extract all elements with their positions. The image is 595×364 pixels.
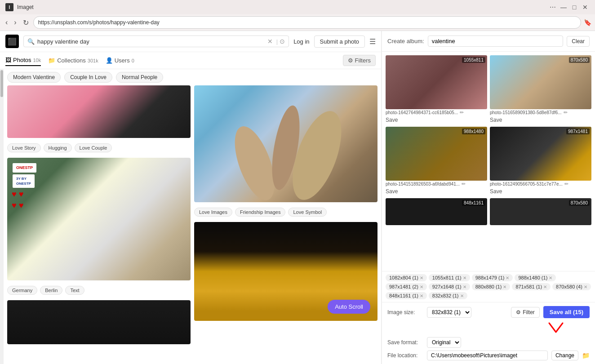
photo-column-2: Love Images Friendship Images Love Symbo… [194,85,377,344]
tab-photos[interactable]: 🖼 Photos 10k [5,55,41,66]
size-tag-988-1479[interactable]: 988x1479 (1) ✕ [472,274,513,281]
right-photo-4[interactable]: 987x1481 [490,127,591,181]
album-name-input[interactable] [428,36,564,47]
tag-love-couple[interactable]: Love Couple [75,143,112,152]
menu-win-btn[interactable]: ⋯ [548,3,557,12]
size-tag-880[interactable]: 880x880 (1) ✕ [472,283,511,290]
right-row-1: 1055x811 photo-1642764984371-cc6185b05..… [386,55,591,124]
size-tag-832-remove[interactable]: ✕ [460,293,464,298]
right-photo-5[interactable]: 848x1161 [386,198,487,225]
right-photo-1-edit-icon[interactable]: ✏ [460,110,464,115]
size-tag-927-label: 927x1648 (1) [432,284,462,289]
size-tag-927[interactable]: 927x1648 (1) ✕ [429,283,470,290]
folder-icon-button[interactable]: 📁 [582,352,590,359]
filter-action-icon: ⚙ [516,309,521,315]
address-bar-row: ‹ › ↻ 🔖 [0,14,595,31]
right-photo-1-save-button[interactable]: Save [386,116,398,124]
tab-users[interactable]: 👤 Users 0 [106,55,134,66]
size-filters: 1082x804 (1) ✕ 1055x811 (1) ✕ 988x1479 (… [382,271,595,302]
tag-germany[interactable]: Germany [7,286,37,295]
photo-card-dark[interactable] [7,300,191,344]
right-photo-3-edit-icon[interactable]: ✏ [462,181,466,187]
size-tag-870-remove[interactable]: ✕ [584,284,587,289]
back-btn[interactable]: ‹ [4,18,9,27]
right-photo-4-edit-icon[interactable]: ✏ [564,181,568,187]
right-photo-2-save-button[interactable]: Save [490,116,502,124]
image-size-select[interactable]: 832x832 (1) [427,307,471,318]
size-tag-871[interactable]: 871x581 (1) ✕ [512,283,551,290]
refresh-btn[interactable]: ↻ [21,18,31,28]
right-header: Create album: Clear [382,31,595,52]
photo-card-hands[interactable] [194,85,377,202]
right-photo-1-info: photo-1642764984371-cc6185b05... ✏ [386,109,487,116]
size-tag-1055-remove[interactable]: ✕ [463,275,466,280]
size-tag-832[interactable]: 832x832 (1) ✕ [429,292,467,299]
minimize-btn[interactable]: — [559,3,568,12]
scroll-thumb[interactable] [0,70,3,97]
right-photo-6[interactable]: 870x580 [490,198,591,225]
tag-text[interactable]: Text [65,286,84,295]
save-format-select[interactable]: Original [427,337,461,348]
tag-couple-in-love[interactable]: Couple In Love [64,72,112,83]
photo-tags-1: Love Story Hugging Love Couple [7,142,191,154]
size-tag-1055[interactable]: 1055x811 (1) ✕ [429,274,470,281]
photo-card-1[interactable] [7,85,191,138]
tag-love-images[interactable]: Love Images [194,208,232,217]
change-location-button[interactable]: Change [551,351,578,360]
photo-card-street[interactable]: ONESTP 3Y BYONESTP ♥ ♥♥ ♥ [7,158,191,280]
right-photo-item-1: 1055x811 photo-1642764984371-cc6185b05..… [386,55,487,124]
tag-friendship-images[interactable]: Friendship Images [235,208,286,217]
size-tag-988-1480[interactable]: 988x1480 (1) ✕ [515,274,556,281]
size-tag-848[interactable]: 848x1161 (1) ✕ [386,292,427,299]
login-button[interactable]: Log in [293,38,309,45]
size-tag-871-remove[interactable]: ✕ [543,284,547,289]
hamburger-menu-icon[interactable]: ☰ [369,37,376,46]
size-tag-870[interactable]: 870x580 (4) ✕ [552,283,591,290]
size-tag-988-1479-label: 988x1479 (1) [475,275,505,280]
bookmark-icon[interactable]: 🔖 [584,19,591,26]
filter-icon: ⚙ [348,57,353,64]
clear-search-icon[interactable]: ✕ [267,38,273,45]
filters-button[interactable]: ⚙ Filters [343,55,376,66]
save-format-label: Save format: [387,339,423,346]
scroll-track[interactable] [0,69,4,364]
size-tag-987[interactable]: 987x1481 (2) ✕ [386,283,427,290]
search-input[interactable] [37,38,266,45]
forward-btn[interactable]: › [12,18,18,27]
size-tag-988-1480-remove[interactable]: ✕ [549,275,552,280]
auto-scroll-button[interactable]: Auto Scroll [328,300,370,314]
tag-hugging[interactable]: Hugging [44,143,72,152]
size-tag-1082-remove[interactable]: ✕ [420,275,423,280]
size-tag-987-remove[interactable]: ✕ [420,284,423,289]
tag-love-story[interactable]: Love Story [7,143,41,152]
file-location-input[interactable] [427,351,548,360]
size-tag-927-remove[interactable]: ✕ [463,284,466,289]
size-tag-988-1479-remove[interactable]: ✕ [506,275,509,280]
photo-card-chocolate[interactable]: Auto Scroll [194,222,377,321]
right-photo-3[interactable]: 988x1480 [386,127,487,181]
right-photo-3-save-button[interactable]: Save [386,187,398,195]
right-photo-2[interactable]: 870x580 [490,55,591,109]
tag-modern-valentine[interactable]: Modern Valentine [7,72,61,83]
tag-berlin[interactable]: Berlin [40,286,62,295]
submit-photo-button[interactable]: Submit a photo [314,36,365,48]
tab-collections[interactable]: 📁 Collections 301k [48,55,98,66]
size-tag-848-remove[interactable]: ✕ [420,293,423,298]
tag-normal-people[interactable]: Normal People [116,72,163,83]
clear-album-button[interactable]: Clear [567,36,590,47]
address-input[interactable] [33,16,581,29]
right-photo-4-save-button[interactable]: Save [490,187,502,195]
save-all-button[interactable]: Save all (15) [543,306,590,318]
tag-love-symbol[interactable]: Love Symbol [288,208,327,217]
right-photo-1[interactable]: 1055x811 [386,55,487,109]
size-tag-880-remove[interactable]: ✕ [503,284,506,289]
filter-action-button[interactable]: ⚙ Filter [511,307,540,318]
right-photo-2-filename: photo-1516589091380-5d8e87df6... [490,109,562,116]
camera-search-icon[interactable]: ⊙ [280,38,285,45]
window-controls[interactable]: ⋯ — □ ✕ [548,3,590,12]
close-btn[interactable]: ✕ [581,3,590,12]
right-photo-2-edit-icon[interactable]: ✏ [564,110,568,115]
image-size-label: Image size: [387,309,423,315]
maximize-btn[interactable]: □ [570,3,579,12]
size-tag-1082[interactable]: 1082x804 (1) ✕ [386,274,427,281]
